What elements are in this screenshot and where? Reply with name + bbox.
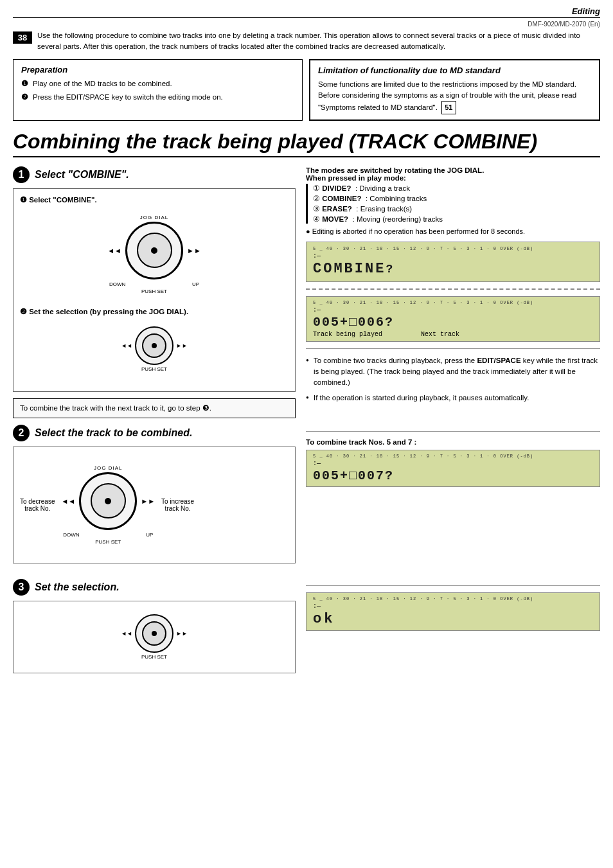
step3-center: [152, 631, 157, 636]
step2-arrow-right: ►►: [141, 497, 155, 505]
step1-content: ❶ Select "COMBINE". JOG DIAL ◄◄ ►►: [13, 188, 296, 392]
mode-item-2: ② COMBINE? : Combining tracks: [313, 194, 600, 203]
step1-number: 1: [13, 166, 30, 183]
jog-inner-1: [137, 233, 172, 268]
lcd-scale-1: 5 _ 40 · 30 · 21 · 18 · 15 · 12 · 9 · 7 …: [313, 246, 593, 251]
lcd-dash-4: :—: [313, 603, 321, 610]
prep-item-2: ❷ Press the EDIT/SPACE key to switch the…: [21, 92, 294, 103]
bullet-points-1: To combine two tracks during playback, p…: [306, 355, 600, 403]
step2-center: [105, 498, 111, 504]
lcd-combine: 5 _ 40 · 30 · 21 · 18 · 15 · 12 · 9 · 7 …: [306, 242, 600, 282]
lcd-dash-2: :—: [313, 306, 321, 314]
jog-small-outer-2: [135, 326, 173, 365]
prep-num-1: ❶: [21, 78, 30, 89]
jog-center-2: [152, 343, 157, 348]
lcd-step2-text: 005+□007?: [313, 468, 593, 483]
header-title: Editing: [572, 6, 600, 16]
intro-section: 38 Use the following procedure to combin…: [13, 30, 600, 53]
preparation-box: Preparation ❶ Play one of the MD tracks …: [13, 59, 303, 121]
step3-jog-inner: [142, 621, 166, 646]
lcd-dash-1: :—: [313, 252, 321, 260]
lcd-label-2: Next track: [421, 331, 459, 338]
step3-arrow-left: ◄◄: [121, 630, 132, 637]
step2-jog-wrap: ◄◄ ►►: [61, 472, 155, 530]
jog-up-1: UP: [192, 281, 199, 287]
step1-sub1-label: ❶ Select "COMBINE".: [20, 195, 289, 204]
step3-layout: 3 Set the selection. ◄◄ ►► PUS: [13, 579, 600, 680]
modes-section: The modes are switched by rotating the J…: [306, 166, 600, 235]
lcd-combine-text: COMBINE?: [313, 261, 593, 278]
lcd-scale-3: 5 _ 40 · 30 · 21 · 18 · 15 · 12 · 9 · 7 …: [313, 454, 593, 459]
prep-text-2: Press the EDIT/SPACE key to switch the e…: [33, 92, 223, 103]
jog-down-1: DOWN: [109, 281, 125, 287]
step1-title: Select "COMBINE".: [35, 169, 129, 181]
step3-content: ◄◄ ►► PUSH SET: [13, 601, 296, 673]
jog-dial-2: ◄◄ ►► PUSH SET: [20, 320, 289, 378]
step2-jog-outer: [79, 472, 137, 530]
combine-note: To combine the track with the next track…: [13, 398, 296, 418]
step3-jog-wrap: ◄◄ ►►: [121, 614, 188, 653]
step2-jog-row: To decreasetrack No. JOG DIAL ◄◄ ►►: [20, 454, 289, 556]
editing-note: ● Editing is aborted if no operation has…: [306, 227, 600, 235]
step1-right: The modes are switched by rotating the J…: [306, 166, 600, 425]
lcd-dash-3: :—: [313, 460, 321, 467]
step3-jog-outer: [135, 614, 173, 653]
step1-header: 1 Select "COMBINE".: [13, 166, 296, 183]
lcd-scale-2: 5 _ 40 · 30 · 21 · 18 · 15 · 12 · 9 · 7 …: [313, 300, 593, 305]
step2-up: UP: [146, 532, 153, 538]
jog-small-inner-2: [142, 333, 166, 358]
step2-title: Select the track to be combined.: [35, 427, 192, 439]
step3-number: 3: [13, 579, 30, 596]
step1-left: 1 Select "COMBINE". ❶ Select "COMBINE". …: [13, 166, 296, 425]
jog-center-1: [151, 247, 157, 254]
step2-jog-label: JOG DIAL: [94, 465, 122, 471]
decrease-label: To decreasetrack No.: [20, 498, 55, 512]
prep-row: Preparation ❶ Play one of the MD tracks …: [13, 59, 600, 121]
limitation-title: Limitation of functionality due to MD st…: [318, 66, 591, 75]
page: Editing DMF-9020/MD-2070 (En) 38 Use the…: [0, 0, 613, 868]
step2-left: 2 Select the track to be combined. To de…: [13, 425, 296, 570]
step2-arrow-left: ◄◄: [61, 497, 75, 505]
step2-jog-labels: DOWN UP: [63, 532, 153, 538]
lcd-tracks: 5 _ 40 · 30 · 21 · 18 · 15 · 12 · 9 · 7 …: [306, 296, 600, 342]
step2-number: 2: [13, 425, 30, 441]
prep-num-2: ❷: [21, 92, 30, 103]
step2-jog: JOG DIAL ◄◄ ►► DOWN UP: [61, 459, 155, 551]
jog-arrow-left-2: ◄◄: [121, 342, 132, 349]
step3-header: 3 Set the selection.: [13, 579, 296, 596]
jog-arrow-left-1: ◄◄: [107, 247, 121, 254]
lcd-tracks-text: 005+□006?: [313, 315, 593, 330]
preparation-list: ❶ Play one of the MD tracks to be combin…: [21, 78, 294, 103]
limitation-box: Limitation of functionality due to MD st…: [309, 59, 600, 121]
mode-item-1: ① DIVIDE? : Dividing a track: [313, 184, 600, 193]
step2-down: DOWN: [63, 532, 79, 538]
jog-outer-1: [125, 222, 183, 279]
lcd-labels: Track being played Next track: [313, 331, 593, 338]
header-bar: Editing: [13, 6, 600, 18]
step-divider-3: [306, 585, 600, 586]
page-number: 38: [13, 31, 32, 44]
lcd-ok: 5 _ 40 · 30 · 21 · 18 · 15 · 12 · 9 · 7 …: [306, 592, 600, 631]
lcd-scale-4: 5 _ 40 · 30 · 21 · 18 · 15 · 12 · 9 · 7 …: [313, 596, 593, 601]
jog-outer-wrap-2: ◄◄ ►►: [121, 326, 188, 365]
step1-sub1: ❶ Select "COMBINE". JOG DIAL ◄◄ ►►: [20, 195, 289, 301]
lcd-label-1: Track being played: [313, 331, 382, 338]
modes-list: ① DIVIDE? : Dividing a track ② COMBINE? …: [306, 184, 600, 224]
mode-item-4: ④ MOVE? : Moving (reordering) tracks: [313, 215, 600, 224]
jog-arrow-right-2: ►►: [176, 342, 188, 349]
jog-push-set-2: PUSH SET: [141, 366, 167, 372]
limitation-page-ref: 51: [441, 101, 456, 114]
increase-label: To increasetrack No.: [161, 498, 194, 512]
step3-right: 5 _ 40 · 30 · 21 · 18 · 15 · 12 · 9 · 7 …: [306, 579, 600, 680]
mode-item-3: ③ ERASE? : Erasing track(s): [313, 204, 600, 213]
intro-text: Use the following procedure to combine t…: [37, 30, 600, 53]
prep-item-1: ❶ Play one of the MD tracks to be combin…: [21, 78, 294, 89]
step1-layout: 1 Select "COMBINE". ❶ Select "COMBINE". …: [13, 166, 600, 425]
step3-arrow-right: ►►: [176, 630, 188, 637]
jog-outer-wrap-1: ◄◄ ►►: [107, 222, 201, 279]
lcd-ok-text: ok: [313, 611, 593, 627]
step-divider-1: [306, 348, 600, 349]
main-title: Combining the track being played (TRACK …: [13, 130, 600, 157]
step2-header: 2 Select the track to be combined.: [13, 425, 296, 441]
step3-jog: ◄◄ ►► PUSH SET: [20, 608, 289, 666]
